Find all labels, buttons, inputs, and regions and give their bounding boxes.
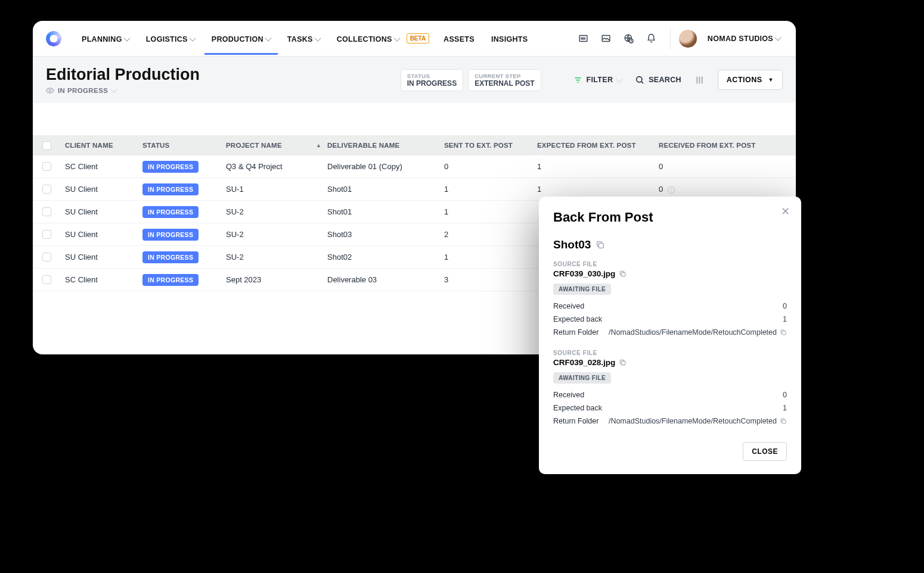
cell-deliverable: Shot01 [327,185,444,194]
bell-icon[interactable] [641,29,662,49]
source-file-label: SOURCE FILE [553,261,787,267]
eye-icon [46,86,54,95]
cell-status: IN PROGRESS [142,251,226,263]
columns-icon [694,75,705,85]
row-checkbox[interactable] [42,230,51,239]
kv-expected: Expected back1 [553,401,787,415]
svg-rect-9 [622,361,626,365]
cell-client: SU Client [65,207,142,216]
kv-received: Received0 [553,300,787,313]
actions-button[interactable]: ACTIONS ▼ [718,70,783,90]
col-sent[interactable]: SENT TO EXT. POST [444,142,537,149]
nav-label: COLLECTIONS [337,35,392,43]
filter-label: FILTER [587,76,613,84]
copy-icon[interactable] [619,270,627,278]
kv-received: Received0 [553,388,787,401]
globe-clock-icon[interactable] [619,29,639,49]
chevron-down-icon [774,34,781,41]
row-checkbox[interactable] [42,185,51,194]
cell-sent: 1 [444,207,537,216]
actions-label: ACTIONS [727,76,762,84]
cell-deliverable: Deliverable 03 [327,275,444,284]
copy-icon[interactable] [619,359,627,366]
barcode-icon[interactable] [573,29,594,49]
cell-sent: 2 [444,230,537,239]
org-switcher[interactable]: NOMAD STUDIOS [705,35,783,43]
divider [670,28,671,49]
filter-icon [573,76,582,85]
app-logo [46,31,61,46]
row-checkbox[interactable] [42,162,51,171]
copy-subject-icon[interactable] [596,240,605,250]
close-icon[interactable]: ✕ [781,205,793,217]
cell-sent: 1 [444,253,537,261]
status-dropdown[interactable]: IN PROGRESS [46,86,200,95]
copy-icon[interactable] [780,329,787,336]
copy-icon[interactable] [780,418,787,425]
cell-client: SC Client [65,275,142,284]
cell-status: IN PROGRESS [142,229,226,241]
kv-expected: Expected back1 [553,313,787,326]
svg-point-4 [49,89,51,92]
avatar[interactable] [679,30,697,48]
col-deliverable[interactable]: DELIVERABLE NAME [327,142,444,149]
col-expected[interactable]: EXPECTED FROM EXT. POST [537,142,659,149]
toolbar: FILTER SEARCH ACTIONS ▼ [573,70,783,90]
cell-client: SU Client [65,230,142,239]
nav-insights[interactable]: INSIGHTS [484,23,535,54]
chevron-down-icon [111,86,117,92]
filter-button[interactable]: FILTER [573,76,622,85]
row-checkbox[interactable] [42,207,51,216]
cell-sent: 1 [444,185,537,194]
col-received[interactable]: RECEIVED FROM EXT. POST [659,142,767,149]
sort-asc-icon: ▲ [316,142,321,148]
source-file-label: SOURCE FILE [553,350,787,356]
search-button[interactable]: SEARCH [635,75,681,85]
pill-label: CURRENT STEP [475,73,534,79]
org-name: NOMAD STUDIOS [708,35,773,43]
cell-status: IN PROGRESS [142,183,226,195]
cell-project: SU-2 [226,253,327,261]
table-header: CLIENT NAME STATUS PROJECT NAME ▲ DELIVE… [33,135,796,155]
top-nav: PLANNING LOGISTICS PRODUCTION TASKS COLL… [33,21,796,57]
nav-tasks[interactable]: TASKS [280,23,327,54]
filter-pills: STATUS IN PROGRESS CURRENT STEP EXTERNAL… [401,69,541,91]
col-status[interactable]: STATUS [142,142,226,149]
cell-client: SU Client [65,253,142,261]
search-label: SEARCH [649,76,681,84]
svg-rect-7 [622,272,626,276]
close-button[interactable]: CLOSE [743,442,787,461]
cell-expected: 1 [537,185,659,194]
cell-sent: 0 [444,162,537,171]
page-title-block: Editorial Production IN PROGRESS [46,66,200,95]
awaiting-badge: AWAITING FILE [553,284,611,295]
cell-deliverable: Shot03 [327,230,444,239]
select-all-checkbox[interactable] [42,141,51,150]
nav-planning[interactable]: PLANNING [75,23,137,54]
chevron-down-icon [189,35,196,41]
cell-client: SU Client [65,185,142,194]
nav-label: TASKS [287,35,313,43]
step-pill[interactable]: CURRENT STEP EXTERNAL POST [468,69,541,91]
info-icon[interactable]: i [668,186,675,194]
nav-assets[interactable]: ASSETS [436,23,482,54]
nav-collections[interactable]: COLLECTIONS [330,23,407,54]
col-project[interactable]: PROJECT NAME ▲ [226,142,327,149]
nav-logistics[interactable]: LOGISTICS [139,23,202,54]
columns-button[interactable] [694,75,705,85]
status-pill[interactable]: STATUS IN PROGRESS [401,69,463,91]
back-from-post-modal: ✕ Back From Post Shot03 SOURCE FILECRF03… [539,197,801,474]
nav-label: PRODUCTION [212,35,263,43]
kv-folder: Return Folder/NomadStudios/FilenameMode/… [553,415,787,428]
row-checkbox[interactable] [42,253,51,261]
col-client[interactable]: CLIENT NAME [65,142,142,149]
cell-received: 0 [659,162,767,171]
image-icon[interactable] [596,29,616,49]
table-row[interactable]: SC ClientIN PROGRESSQ3 & Q4 ProjectDeliv… [33,155,796,178]
nav-label: INSIGHTS [491,35,528,43]
cell-project: SU-1 [226,185,327,194]
nav-production[interactable]: PRODUCTION [204,23,278,54]
pill-label: STATUS [407,73,457,79]
row-checkbox[interactable] [42,275,51,284]
cell-deliverable: Shot02 [327,253,444,261]
